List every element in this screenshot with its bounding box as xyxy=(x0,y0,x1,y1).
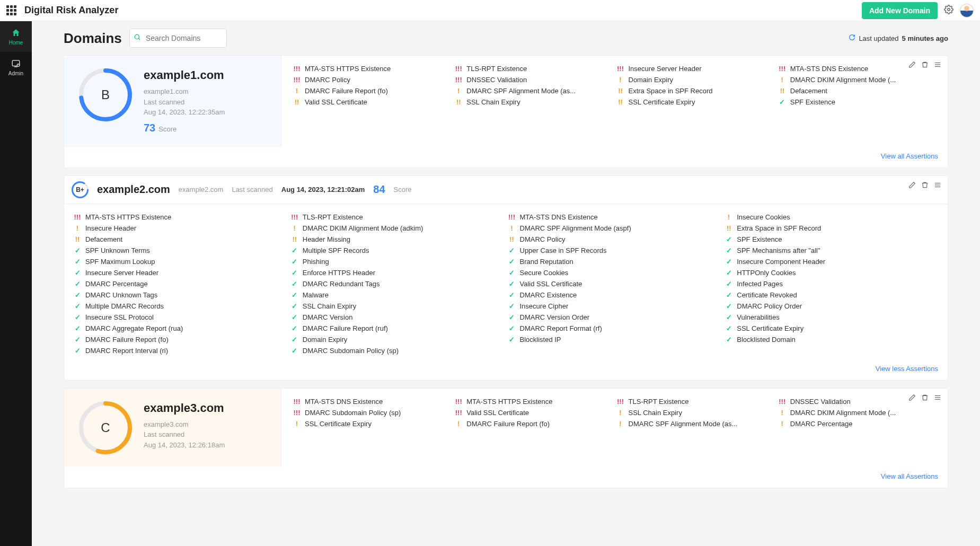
assertion-row[interactable]: ✓SPF Existence xyxy=(779,96,936,108)
assertion-row[interactable]: !!!TLS-RPT Existence xyxy=(455,63,612,74)
assertion-row[interactable]: ✓Valid SSL Certificate xyxy=(508,278,721,289)
assertion-row[interactable]: !SSL Chain Expiry xyxy=(617,407,774,418)
assertion-row[interactable]: ✓DMARC Failure Report (fo) xyxy=(74,334,287,345)
assertion-row[interactable]: ✓SPF Maximum Lookup xyxy=(74,256,287,267)
assertion-row[interactable]: !DMARC Percentage xyxy=(779,418,936,429)
assertion-row[interactable]: ✓Blocklisted IP xyxy=(508,334,721,345)
assertion-row[interactable]: !SSL Certificate Expiry xyxy=(293,418,451,429)
assertion-row[interactable]: !!Defacement xyxy=(74,234,287,245)
assertion-row[interactable]: ✓Insecure Server Header xyxy=(74,267,287,278)
assertion-row[interactable]: ✓HTTPOnly Cookies xyxy=(725,267,938,278)
assertion-row[interactable]: !!!MTA-STS DNS Existence xyxy=(293,396,451,407)
assertion-row[interactable]: !!!DMARC Subdomain Policy (sp) xyxy=(293,407,451,418)
assertion-row[interactable]: !!!DMARC Policy xyxy=(293,74,451,85)
assertion-row[interactable]: ✓Domain Expiry xyxy=(291,334,504,345)
assertion-row[interactable]: ✓DMARC Percentage xyxy=(74,278,287,289)
assertion-row[interactable]: !!Extra Space in SPF Record xyxy=(725,223,938,234)
assertion-row[interactable]: ✓DMARC Aggregate Report (rua) xyxy=(74,323,287,334)
apps-menu-icon[interactable] xyxy=(6,5,17,16)
assertion-row[interactable]: !!!Insecure Server Header xyxy=(617,63,774,74)
refresh-icon[interactable] xyxy=(849,34,855,42)
assertion-row[interactable]: ✓DMARC Failure Report (ruf) xyxy=(291,323,504,334)
assertion-row[interactable]: ✓SPF Mechanisms after "all" xyxy=(725,245,938,256)
assertion-row[interactable]: !DMARC SPF Alignment Mode (as... xyxy=(617,418,774,429)
view-assertions-link[interactable]: View less Assertions xyxy=(64,359,948,380)
assertion-row[interactable]: !DMARC DKIM Alignment Mode (adkim) xyxy=(291,223,504,234)
assertion-row[interactable]: !!SSL Chain Expiry xyxy=(455,96,612,108)
assertion-row[interactable]: ✓Multiple DMARC Records xyxy=(74,301,287,312)
domain-name[interactable]: example3.com xyxy=(144,401,225,415)
assertion-row[interactable]: !!Extra Space in SPF Record xyxy=(617,85,774,96)
assertion-row[interactable]: !!Valid SSL Certificate xyxy=(293,96,451,108)
menu-icon[interactable] xyxy=(934,61,941,71)
assertion-row[interactable]: ✓DMARC Existence xyxy=(508,289,721,301)
assertion-row[interactable]: ✓Insecure Component Header xyxy=(725,256,938,267)
assertion-row[interactable]: !!DMARC Policy xyxy=(508,234,721,245)
assertion-row[interactable]: ✓DMARC Version Order xyxy=(508,312,721,323)
edit-icon[interactable] xyxy=(908,61,916,71)
edit-icon[interactable] xyxy=(908,181,916,191)
assertion-row[interactable]: ✓Insecure Cipher xyxy=(508,301,721,312)
assertion-row[interactable]: !!!MTA-STS HTTPS Existence xyxy=(455,396,612,407)
user-avatar[interactable] xyxy=(960,4,974,17)
assertion-row[interactable]: ✓Phishing xyxy=(291,256,504,267)
add-new-domain-button[interactable]: Add New Domain xyxy=(862,2,938,19)
view-assertions-link[interactable]: View all Assertions xyxy=(64,467,948,488)
assertion-row[interactable]: !!Defacement xyxy=(779,85,936,96)
assertion-row[interactable]: !!!TLS-RPT Existence xyxy=(291,212,504,223)
delete-icon[interactable] xyxy=(921,394,929,403)
assertion-row[interactable]: ✓SSL Certificate Expiry xyxy=(725,323,938,334)
assertion-row[interactable]: !!!TLS-RPT Existence xyxy=(617,396,774,407)
assertion-row[interactable]: !DMARC SPF Alignment Mode (aspf) xyxy=(508,223,721,234)
nav-admin[interactable]: Admin xyxy=(0,52,32,83)
assertion-row[interactable]: !!!Valid SSL Certificate xyxy=(455,407,612,418)
assertion-row[interactable]: ✓DMARC Policy Order xyxy=(725,301,938,312)
assertion-row[interactable]: !DMARC DKIM Alignment Mode (... xyxy=(779,74,936,85)
assertion-row[interactable]: !!SSL Certificate Expiry xyxy=(617,96,774,108)
assertion-row[interactable]: ✓DMARC Unknown Tags xyxy=(74,289,287,301)
assertion-row[interactable]: ✓DMARC Version xyxy=(291,312,504,323)
assertion-row[interactable]: !!!MTA-STS HTTPS Existence xyxy=(293,63,451,74)
assertion-row[interactable]: ✓DMARC Redundant Tags xyxy=(291,278,504,289)
assertion-row[interactable]: ✓Secure Cookies xyxy=(508,267,721,278)
assertion-row[interactable]: ✓DMARC Subdomain Policy (sp) xyxy=(291,345,504,356)
assertion-row[interactable]: ✓Multiple SPF Records xyxy=(291,245,504,256)
search-input[interactable] xyxy=(129,29,227,48)
assertion-row[interactable]: !DMARC SPF Alignment Mode (as... xyxy=(455,85,612,96)
assertion-row[interactable]: ✓Infected Pages xyxy=(725,278,938,289)
assertion-row[interactable]: ✓Insecure SSL Protocol xyxy=(74,312,287,323)
menu-icon[interactable] xyxy=(934,394,941,403)
assertion-row[interactable]: ✓Upper Case in SPF Records xyxy=(508,245,721,256)
edit-icon[interactable] xyxy=(908,394,916,403)
assertion-row[interactable]: ✓Blocklisted Domain xyxy=(725,334,938,345)
assertion-row[interactable]: ✓Vulnerabilities xyxy=(725,312,938,323)
delete-icon[interactable] xyxy=(921,61,929,71)
assertion-row[interactable]: !!!MTA-STS DNS Existence xyxy=(508,212,721,223)
assertion-row[interactable]: !Insecure Header xyxy=(74,223,287,234)
assertion-status-icon: !! xyxy=(779,87,786,95)
assertion-row[interactable]: ✓Certificate Revoked xyxy=(725,289,938,301)
menu-icon[interactable] xyxy=(934,181,941,191)
assertion-row[interactable]: !DMARC Failure Report (fo) xyxy=(455,418,612,429)
assertion-row[interactable]: ✓SPF Unknown Terms xyxy=(74,245,287,256)
assertion-row[interactable]: !DMARC Failure Report (fo) xyxy=(293,85,451,96)
assertion-row[interactable]: ✓SPF Existence xyxy=(725,234,938,245)
assertion-row[interactable]: !Insecure Cookies xyxy=(725,212,938,223)
assertion-row[interactable]: !!!MTA-STS HTTPS Existence xyxy=(74,212,287,223)
domain-name[interactable]: example2.com xyxy=(97,183,170,196)
assertion-row[interactable]: ✓SSL Chain Expiry xyxy=(291,301,504,312)
assertion-row[interactable]: !!!DNSSEC Validation xyxy=(455,74,612,85)
delete-icon[interactable] xyxy=(921,181,929,191)
assertion-row[interactable]: !!Header Missing xyxy=(291,234,504,245)
assertion-row[interactable]: ✓Enforce HTTPS Header xyxy=(291,267,504,278)
assertion-row[interactable]: !DMARC DKIM Alignment Mode (... xyxy=(779,407,936,418)
assertion-row[interactable]: ✓Brand Reputation xyxy=(508,256,721,267)
domain-name[interactable]: example1.com xyxy=(144,68,225,82)
assertion-row[interactable]: ✓DMARC Report Format (rf) xyxy=(508,323,721,334)
settings-gear-icon[interactable] xyxy=(944,5,953,16)
assertion-row[interactable]: ✓DMARC Report Interval (ri) xyxy=(74,345,287,356)
assertion-row[interactable]: ✓Malware xyxy=(291,289,504,301)
view-assertions-link[interactable]: View all Assertions xyxy=(64,147,948,168)
assertion-row[interactable]: !Domain Expiry xyxy=(617,74,774,85)
nav-home[interactable]: Home xyxy=(0,21,32,52)
